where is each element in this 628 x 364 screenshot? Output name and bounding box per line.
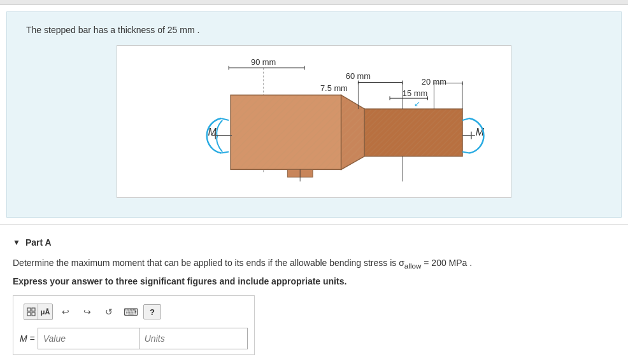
thickness-unit: mm: [180, 25, 194, 35]
input-row: M =: [20, 328, 248, 349]
svg-text:15 mm: 15 mm: [403, 88, 427, 98]
mu-a-btn[interactable]: μÅ: [38, 304, 52, 319]
svg-text:60 mm: 60 mm: [346, 71, 371, 81]
subscript-allow: allow: [404, 262, 422, 270]
keyboard-btn[interactable]: ⌨: [122, 304, 139, 319]
toolbar: μÅ ↩ ↪ ↺ ⌨ ?: [20, 301, 248, 323]
section-divider: [0, 224, 628, 225]
chevron-down-icon[interactable]: ▼: [13, 238, 20, 247]
matrix-icon[interactable]: [24, 304, 38, 319]
part-a-section: ▼ Part A Determine the maximum moment th…: [0, 231, 628, 364]
diagram-container: 90 mm 60 mm 7.5 mm ↙ 20 mm 15 mm ↙: [117, 45, 511, 198]
instruction-text: Express your answer to three significant…: [13, 276, 615, 286]
part-a-header: ▼ Part A: [13, 237, 615, 248]
problem-description: The stepped bar has a thickness of 25 mm…: [26, 25, 602, 35]
units-input[interactable]: [139, 328, 248, 349]
answer-box: μÅ ↩ ↪ ↺ ⌨ ? M =: [13, 295, 255, 355]
svg-rect-50: [32, 308, 35, 311]
fraction-btn-group[interactable]: μÅ: [24, 304, 53, 320]
help-btn[interactable]: ?: [143, 304, 161, 319]
m-label: M =: [20, 333, 35, 344]
reset-btn[interactable]: ↺: [100, 304, 118, 319]
svg-rect-15: [231, 95, 341, 169]
question-text: Determine the maximum moment that can be…: [13, 256, 615, 271]
part-a-title: Part A: [25, 237, 52, 248]
thickness-value: 25: [168, 25, 178, 35]
svg-rect-52: [32, 312, 35, 316]
svg-text:↙: ↙: [414, 99, 420, 108]
svg-text:7.5 mm: 7.5 mm: [320, 83, 348, 93]
problem-section: The stepped bar has a thickness of 25 mm…: [6, 11, 622, 218]
svg-text:90 mm: 90 mm: [251, 57, 276, 67]
value-input[interactable]: [38, 328, 139, 349]
svg-rect-51: [27, 312, 31, 316]
redo-btn[interactable]: ↪: [78, 304, 96, 319]
undo-btn[interactable]: ↩: [57, 304, 75, 319]
svg-rect-21: [364, 109, 462, 156]
svg-rect-49: [27, 308, 31, 311]
top-bar: [0, 0, 628, 5]
diagram-svg: 90 mm 60 mm 7.5 mm ↙ 20 mm 15 mm ↙: [117, 46, 511, 197]
